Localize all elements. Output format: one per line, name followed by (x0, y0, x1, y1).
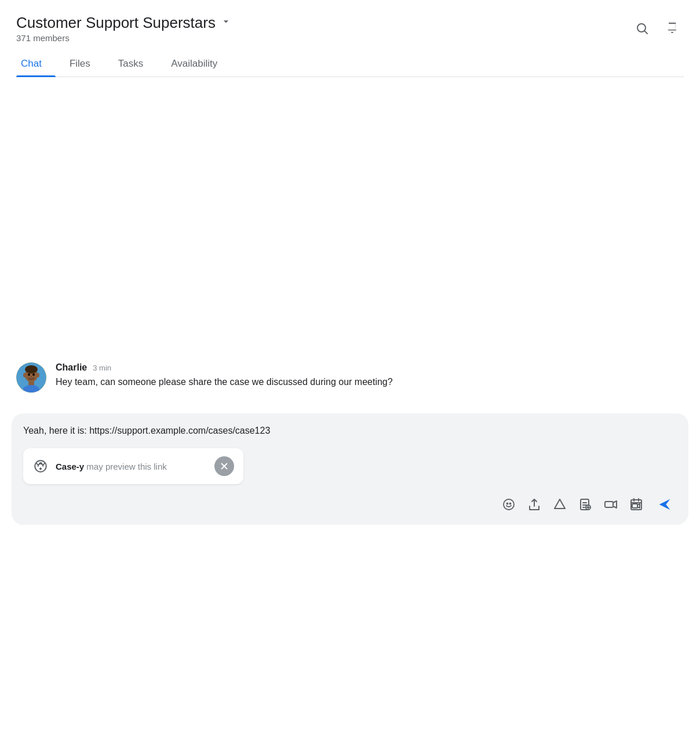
svg-point-11 (31, 376, 32, 377)
svg-point-4 (25, 365, 38, 373)
message-text: Hey team, can someone please share the c… (56, 375, 684, 389)
message-body: Charlie 3 min Hey team, can someone plea… (56, 362, 684, 389)
emoji-button[interactable] (497, 493, 520, 516)
svg-point-5 (23, 373, 27, 377)
svg-point-0 (637, 24, 646, 32)
svg-point-18 (510, 503, 511, 504)
link-preview-left: Case-y may preview this link (32, 458, 167, 474)
svg-point-13 (40, 468, 41, 469)
svg-marker-27 (613, 501, 617, 508)
svg-rect-32 (632, 504, 637, 508)
chat-area: Charlie 3 min Hey team, can someone plea… (0, 77, 700, 413)
compose-toolbar (23, 492, 677, 517)
svg-point-16 (504, 499, 514, 510)
group-title: Customer Support Superstars (16, 14, 216, 32)
svg-rect-26 (605, 502, 613, 507)
title-section: Customer Support Superstars 371 members (16, 14, 232, 43)
meet-icon (629, 498, 643, 511)
tab-files[interactable]: Files (56, 52, 104, 77)
drive-icon (553, 498, 567, 511)
avatar (16, 362, 46, 393)
search-button[interactable] (630, 17, 654, 40)
meet-button[interactable] (625, 493, 648, 516)
drive-button[interactable] (548, 493, 571, 516)
title-row: Customer Support Superstars (16, 14, 232, 32)
message-header: Charlie 3 min (56, 362, 684, 373)
header-actions (630, 17, 684, 40)
compose-box: Case-y may preview this link (12, 413, 688, 525)
svg-marker-34 (659, 499, 670, 510)
link-preview-close-button[interactable] (214, 456, 234, 476)
upload-button[interactable] (523, 493, 546, 516)
tab-chat[interactable]: Chat (16, 52, 56, 77)
header-top-row: Customer Support Superstars 371 members (16, 14, 684, 43)
link-preview-card: Case-y may preview this link (23, 448, 243, 484)
video-icon (604, 498, 618, 511)
video-button[interactable] (599, 493, 622, 516)
members-count: 371 members (16, 33, 232, 43)
compose-input[interactable] (23, 424, 677, 438)
message-row: Charlie 3 min Hey team, can someone plea… (16, 362, 684, 393)
svg-point-6 (36, 373, 39, 377)
message-time: 3 min (93, 364, 111, 372)
pin-icon (665, 21, 679, 35)
svg-line-1 (645, 31, 647, 34)
header: Customer Support Superstars 371 members (0, 0, 700, 77)
upload-icon (527, 498, 541, 511)
svg-point-17 (507, 503, 508, 504)
add-doc-button[interactable] (574, 493, 597, 516)
send-icon (657, 496, 673, 513)
svg-point-10 (32, 373, 35, 376)
svg-marker-33 (637, 504, 640, 508)
close-icon (219, 461, 229, 471)
tab-tasks[interactable]: Tasks (104, 52, 157, 77)
pin-button[interactable] (661, 17, 684, 40)
link-preview-text: Case-y may preview this link (56, 462, 167, 471)
search-icon (635, 21, 649, 35)
link-preview-subtext: may preview this link (84, 462, 167, 471)
svg-rect-7 (28, 382, 34, 386)
emoji-icon (502, 498, 516, 511)
add-doc-icon (578, 498, 592, 511)
message-sender: Charlie (56, 362, 87, 373)
tabs-nav: Chat Files Tasks Availability (16, 52, 684, 77)
link-preview-name: Case-y (56, 462, 84, 471)
svg-point-9 (28, 373, 30, 376)
link-app-icon (32, 458, 49, 474)
tab-availability[interactable]: Availability (157, 52, 231, 77)
dropdown-icon[interactable] (220, 16, 232, 30)
send-button[interactable] (652, 492, 677, 517)
